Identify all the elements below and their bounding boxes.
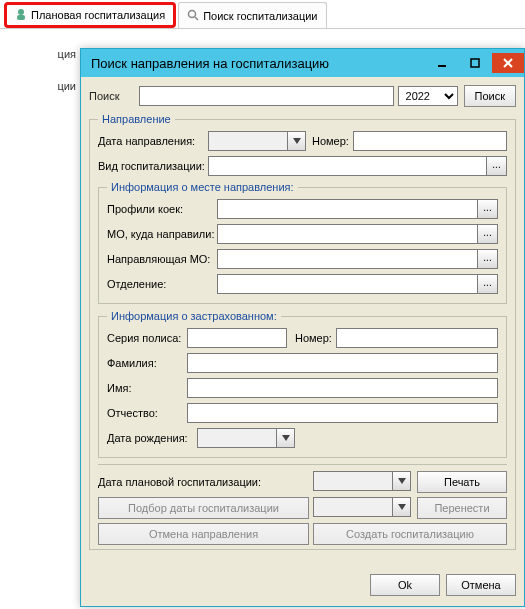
fieldset-referral: Направление Дата направления: Номер: Вид… xyxy=(89,113,516,550)
divider xyxy=(98,464,507,465)
dialog-titlebar: Поиск направления на госпитализацию xyxy=(81,49,524,77)
fieldset-insured: Информация о застрахованном: Серия полис… xyxy=(98,310,507,458)
dob-input[interactable] xyxy=(197,428,277,448)
browse-button[interactable]: ... xyxy=(478,274,498,294)
legend-place: Информация о месте направления: xyxy=(107,181,298,193)
tab-planned-hospitalization[interactable]: Плановая госпитализация xyxy=(4,2,176,28)
mo-destination-input[interactable] xyxy=(217,224,478,244)
referral-number-input[interactable] xyxy=(353,131,507,151)
dropdown-icon[interactable] xyxy=(393,497,411,517)
print-button[interactable]: Печать xyxy=(417,471,507,493)
tab-label: Плановая госпитализация xyxy=(31,9,165,21)
firstname-label: Имя: xyxy=(107,382,187,394)
dialog-footer: Ok Отмена xyxy=(81,564,524,606)
mo-source-label: Направляющая МО: xyxy=(107,253,217,265)
dob-field xyxy=(197,428,295,448)
legend-insured: Информация о застрахованном: xyxy=(107,310,281,322)
dropdown-icon[interactable] xyxy=(277,428,295,448)
close-button[interactable] xyxy=(492,53,524,73)
svg-point-0 xyxy=(18,9,24,15)
firstname-input[interactable] xyxy=(187,378,498,398)
browse-button[interactable]: ... xyxy=(478,224,498,244)
mo-source-input[interactable] xyxy=(217,249,478,269)
dialog-content: Поиск 2022 Поиск Направление Дата направ… xyxy=(81,77,524,564)
create-hospitalization-button[interactable]: Создать госпитализацию xyxy=(313,523,507,545)
referral-number-label: Номер: xyxy=(312,135,349,147)
browse-button[interactable]: ... xyxy=(478,199,498,219)
tab-search-hospitalization[interactable]: Поиск госпитализации xyxy=(178,2,326,28)
search-button[interactable]: Поиск xyxy=(464,85,516,107)
secondary-date-input[interactable] xyxy=(313,497,393,517)
cancel-referral-button[interactable]: Отмена направления xyxy=(98,523,309,545)
referral-date-field xyxy=(208,131,306,151)
year-select[interactable]: 2022 xyxy=(398,86,458,106)
cancel-button[interactable]: Отмена xyxy=(446,574,516,596)
svg-rect-1 xyxy=(17,15,25,20)
svg-point-2 xyxy=(189,10,196,17)
svg-rect-5 xyxy=(471,59,479,67)
browse-button[interactable]: ... xyxy=(478,249,498,269)
dropdown-icon[interactable] xyxy=(288,131,306,151)
dropdown-icon[interactable] xyxy=(393,471,411,491)
secondary-date-field xyxy=(313,497,413,519)
svg-line-3 xyxy=(195,17,198,20)
patronymic-label: Отчество: xyxy=(107,407,187,419)
sidebar-fragment: ции xyxy=(0,70,80,102)
fieldset-place: Информация о месте направления: Профили … xyxy=(98,181,507,304)
bed-profiles-input[interactable] xyxy=(217,199,478,219)
patronymic-input[interactable] xyxy=(187,403,498,423)
pick-date-button[interactable]: Подбор даты госпитализации xyxy=(98,497,309,519)
ok-button[interactable]: Ok xyxy=(370,574,440,596)
search-label: Поиск xyxy=(89,90,139,102)
lastname-label: Фамилия: xyxy=(107,357,187,369)
move-button[interactable]: Перенести xyxy=(417,497,507,519)
svg-marker-8 xyxy=(293,138,301,144)
policy-number-input[interactable] xyxy=(336,328,498,348)
referral-date-input[interactable] xyxy=(208,131,288,151)
department-input[interactable] xyxy=(217,274,478,294)
background-sidebar: ция ции xyxy=(0,38,80,102)
browse-button[interactable]: ... xyxy=(487,156,507,176)
dob-label: Дата рождения: xyxy=(107,432,197,444)
hospitalization-type-input[interactable] xyxy=(208,156,487,176)
lastname-input[interactable] xyxy=(187,353,498,373)
search-icon xyxy=(187,9,199,23)
search-referral-dialog: Поиск направления на госпитализацию Поис… xyxy=(80,48,525,607)
planned-hosp-grid: Дата плановой госпитализации: Печать Под… xyxy=(98,471,507,545)
background-tabs: Плановая госпитализация Поиск госпитализ… xyxy=(0,0,525,29)
search-input[interactable] xyxy=(139,86,394,106)
minimize-button[interactable] xyxy=(426,53,458,73)
maximize-button[interactable] xyxy=(459,53,491,73)
policy-series-label: Серия полиса: xyxy=(107,332,187,344)
svg-marker-10 xyxy=(398,478,406,484)
person-icon xyxy=(15,8,27,22)
department-label: Отделение: xyxy=(107,278,217,290)
tab-label: Поиск госпитализации xyxy=(203,10,317,22)
bed-profiles-label: Профили коек: xyxy=(107,203,217,215)
planned-date-field xyxy=(313,471,413,493)
policy-number-label: Номер: xyxy=(295,332,332,344)
sidebar-fragment: ция xyxy=(0,38,80,70)
policy-series-input[interactable] xyxy=(187,328,287,348)
planned-date-label: Дата плановой госпитализации: xyxy=(98,476,309,488)
search-row: Поиск 2022 Поиск xyxy=(89,85,516,107)
planned-date-input[interactable] xyxy=(313,471,393,491)
dialog-title: Поиск направления на госпитализацию xyxy=(91,56,425,71)
mo-destination-label: МО, куда направили: xyxy=(107,228,217,240)
svg-marker-11 xyxy=(398,504,406,510)
hospitalization-type-label: Вид госпитализации: xyxy=(98,160,208,172)
referral-date-label: Дата направления: xyxy=(98,135,208,147)
legend-referral: Направление xyxy=(98,113,175,125)
svg-marker-9 xyxy=(282,435,290,441)
